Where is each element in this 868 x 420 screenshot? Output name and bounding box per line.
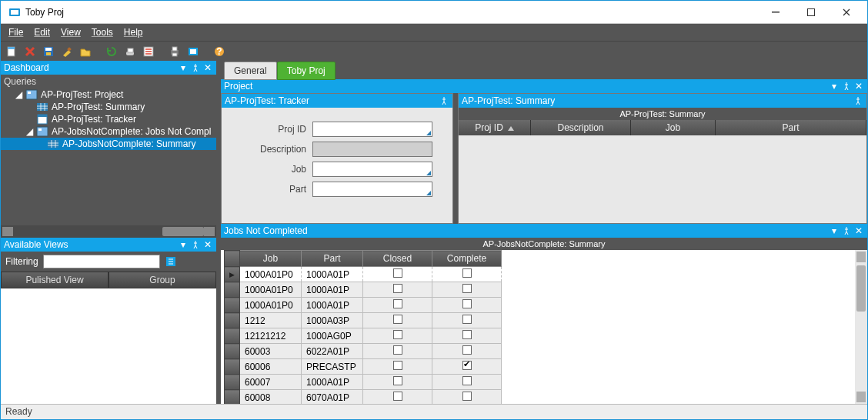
row-handle[interactable]	[225, 359, 240, 375]
close-button[interactable]	[829, 2, 864, 23]
col-job[interactable]: Job	[631, 120, 716, 135]
dropdown-corner-icon[interactable]	[426, 131, 431, 135]
col-complete[interactable]: Complete	[432, 251, 502, 267]
table-row[interactable]: 12121000A03P	[225, 313, 502, 328]
proj-id-input[interactable]	[312, 122, 432, 137]
row-handle[interactable]	[225, 313, 240, 328]
maximize-button[interactable]	[793, 2, 829, 23]
cell-part[interactable]: 1000A01P	[302, 298, 363, 313]
minimize-button[interactable]	[758, 2, 793, 23]
checkbox[interactable]	[393, 330, 402, 339]
job-input[interactable]	[312, 162, 432, 177]
row-handle[interactable]	[225, 375, 240, 390]
filter-action-icon[interactable]	[165, 255, 177, 268]
new-icon[interactable]	[4, 44, 19, 59]
checkbox[interactable]	[462, 299, 472, 308]
collapse-icon[interactable]: ◢	[25, 126, 33, 137]
scroll-thumb[interactable]	[162, 227, 204, 236]
table-row[interactable]: 1000A01P01000A01P	[225, 282, 502, 298]
col-proj-id[interactable]: Proj ID	[459, 120, 531, 135]
close-panel-icon[interactable]: ✕	[853, 81, 864, 92]
cell-job[interactable]: 12121212	[240, 328, 302, 344]
tree-node-tracker[interactable]: AP-ProjTest: Tracker	[1, 113, 216, 125]
checkbox[interactable]	[462, 268, 472, 278]
close-panel-icon[interactable]: ✕	[202, 239, 213, 250]
scroll-right-icon[interactable]	[204, 227, 215, 236]
jobs-vscrollbar[interactable]	[855, 250, 867, 404]
cell-closed[interactable]	[363, 313, 432, 328]
table-row[interactable]: 1000A01P01000A01P	[225, 267, 502, 282]
checklist-icon[interactable]	[141, 44, 156, 59]
cell-closed[interactable]	[363, 282, 432, 298]
cell-complete[interactable]	[432, 313, 502, 328]
row-handle[interactable]	[225, 267, 240, 282]
clear-icon[interactable]	[59, 44, 75, 59]
cell-closed[interactable]	[363, 359, 432, 375]
checkbox[interactable]	[462, 361, 472, 370]
cell-job[interactable]: 60003	[240, 344, 302, 359]
table-row[interactable]: 1000A01P01000A01P	[225, 298, 502, 313]
cell-job[interactable]: 60007	[240, 375, 302, 390]
col-published-view[interactable]: Pulished View	[1, 272, 108, 288]
cell-part[interactable]: 1000AG0P	[302, 328, 363, 344]
row-handle[interactable]	[225, 328, 240, 344]
checkbox[interactable]	[393, 284, 402, 293]
checkbox[interactable]	[393, 361, 402, 370]
menu-view[interactable]: View	[56, 25, 85, 39]
scroll-thumb[interactable]	[856, 265, 866, 312]
cell-part[interactable]: PRECASTP	[302, 359, 363, 375]
cell-part[interactable]: 1000A01P	[302, 282, 363, 298]
pin-icon[interactable]	[439, 95, 449, 106]
tree-node-jobsnotcomplete[interactable]: ◢ AP-JobsNotComplete: Jobs Not Compl	[1, 125, 216, 138]
row-handle[interactable]	[225, 390, 240, 405]
close-panel-icon[interactable]: ✕	[853, 225, 864, 236]
checkbox[interactable]	[393, 315, 402, 324]
close-panel-icon[interactable]: ✕	[202, 62, 213, 73]
cell-part[interactable]: 1000A03P	[302, 313, 363, 328]
checkbox[interactable]	[462, 284, 472, 293]
cell-complete[interactable]	[432, 375, 502, 390]
pin-icon[interactable]	[190, 62, 201, 73]
cell-complete[interactable]	[432, 282, 502, 298]
checkbox[interactable]	[393, 299, 402, 308]
checkbox[interactable]	[393, 376, 402, 385]
description-input[interactable]	[312, 142, 432, 157]
cell-complete[interactable]	[432, 390, 502, 405]
queries-group[interactable]: Queries	[1, 75, 216, 88]
filter-input[interactable]	[43, 255, 160, 268]
dropdown-corner-icon[interactable]	[426, 171, 431, 175]
menu-edit[interactable]: Edit	[29, 25, 55, 39]
col-part[interactable]: Part	[302, 251, 363, 267]
cell-job[interactable]: 1000A01P0	[240, 282, 302, 298]
row-handle[interactable]	[225, 298, 240, 313]
cell-closed[interactable]	[363, 344, 432, 359]
pin-icon[interactable]	[853, 95, 863, 106]
checkbox[interactable]	[393, 345, 402, 355]
cell-job[interactable]: 1000A01P0	[240, 298, 302, 313]
table-row[interactable]: 121212121000AG0P	[225, 328, 502, 344]
cell-complete[interactable]	[432, 298, 502, 313]
menu-tools[interactable]: Tools	[87, 25, 118, 39]
jobs-table[interactable]: Job Part Closed Complete 1000A01P01000A0…	[224, 250, 502, 404]
cell-closed[interactable]	[363, 267, 432, 282]
tab-project[interactable]: Toby Proj	[277, 62, 336, 80]
cell-complete[interactable]	[432, 267, 502, 282]
cell-part[interactable]: 1000A01P	[302, 267, 363, 282]
cell-complete[interactable]	[432, 344, 502, 359]
tab-general[interactable]: General	[224, 62, 277, 80]
cell-part[interactable]: 6022A01P	[302, 344, 363, 359]
scroll-down-icon[interactable]	[856, 392, 866, 402]
refresh-icon[interactable]	[104, 44, 119, 59]
pin-icon[interactable]	[190, 239, 201, 250]
cell-part[interactable]: 6070A01P	[302, 390, 363, 405]
dropdown-corner-icon[interactable]	[426, 191, 431, 195]
cell-closed[interactable]	[363, 298, 432, 313]
erase-icon[interactable]	[122, 44, 138, 59]
menu-file[interactable]: File	[4, 25, 28, 39]
col-job[interactable]: Job	[240, 251, 302, 267]
preview-icon[interactable]	[185, 44, 201, 59]
table-row[interactable]: 600036022A01P	[225, 344, 502, 359]
cell-part[interactable]: 1000A01P	[302, 375, 363, 390]
tree-hscrollbar[interactable]	[1, 225, 216, 238]
views-dropdown-icon[interactable]: ▾	[178, 239, 189, 250]
